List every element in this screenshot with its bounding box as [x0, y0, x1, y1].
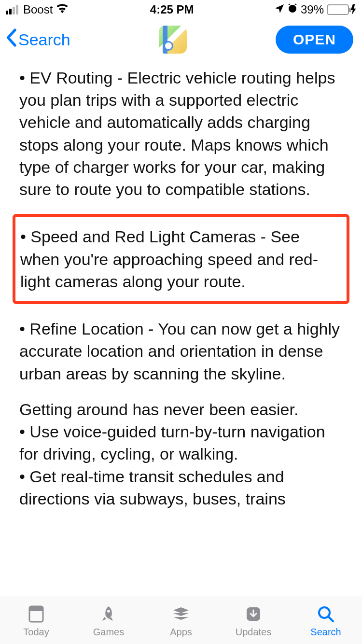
- highlight-annotation: • Speed and Red Light Cameras - See when…: [13, 214, 349, 304]
- tab-label: Today: [23, 627, 49, 638]
- svg-point-0: [289, 5, 296, 13]
- feature-voice-nav: • Use voice-guided turn-by-turn navigati…: [19, 420, 343, 465]
- status-time: 4:25 PM: [150, 3, 194, 16]
- carrier-label: Boost: [23, 3, 53, 16]
- tab-label: Search: [310, 627, 341, 638]
- tab-apps[interactable]: Apps: [145, 603, 217, 638]
- feature-speed-cameras: • Speed and Red Light Cameras - See when…: [16, 225, 342, 293]
- app-icon[interactable]: [159, 26, 187, 54]
- tab-label: Apps: [170, 627, 192, 638]
- app-description-content[interactable]: • EV Routing - Electric vehicle routing …: [0, 62, 362, 597]
- battery-icon: [327, 4, 356, 15]
- rocket-icon: [97, 603, 120, 625]
- nav-bar: Search OPEN: [0, 19, 362, 62]
- heading-getting-around: Getting around has never been easier.: [19, 398, 343, 420]
- status-bar: Boost 4:25 PM 39%: [0, 0, 362, 19]
- feature-refine-location: • Refine Location - You can now get a hi…: [19, 318, 343, 385]
- tab-updates[interactable]: Updates: [217, 603, 290, 638]
- tab-label: Updates: [236, 627, 272, 638]
- feature-ev-routing: • EV Routing - Electric vehicle routing …: [19, 67, 343, 200]
- back-label: Search: [18, 30, 70, 49]
- svg-point-3: [107, 610, 110, 613]
- wifi-icon: [56, 3, 69, 16]
- back-button[interactable]: Search: [5, 28, 70, 51]
- download-icon: [242, 603, 265, 625]
- location-icon: [275, 3, 284, 16]
- tab-games[interactable]: Games: [72, 603, 145, 638]
- open-label: OPEN: [293, 31, 336, 47]
- status-left: Boost: [6, 3, 69, 16]
- status-right: 39%: [275, 3, 356, 16]
- open-button[interactable]: OPEN: [276, 26, 353, 54]
- alarm-icon: [287, 3, 298, 16]
- apps-icon: [169, 603, 193, 625]
- signal-icon: [6, 5, 18, 14]
- tab-search[interactable]: Search: [290, 603, 362, 638]
- chevron-left-icon: [5, 28, 17, 51]
- tab-today[interactable]: Today: [0, 603, 72, 638]
- today-icon: [25, 603, 48, 625]
- tab-label: Games: [93, 627, 124, 638]
- feature-transit: • Get real-time transit schedules and di…: [19, 465, 343, 510]
- search-icon: [314, 603, 337, 625]
- svg-rect-2: [29, 606, 43, 611]
- battery-percent: 39%: [301, 3, 324, 16]
- tab-bar: Today Games Apps Updates Search: [0, 597, 362, 644]
